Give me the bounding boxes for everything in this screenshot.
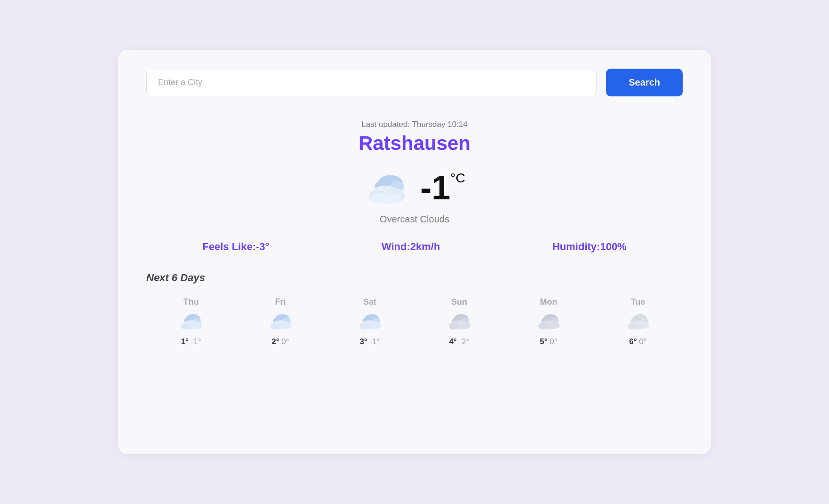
forecast-lo: -1° (370, 337, 380, 346)
forecast-temps: 6° 0° (629, 337, 646, 346)
svg-point-24 (369, 322, 381, 329)
forecast-day-label: Thu (183, 297, 199, 307)
svg-point-23 (359, 323, 370, 330)
forecast-day-label: Fri (275, 297, 286, 307)
forecast-temps: 3° -1° (360, 337, 380, 346)
svg-point-30 (459, 322, 470, 329)
forecast-day-label: Sat (363, 297, 376, 307)
search-button[interactable]: Search (606, 69, 683, 96)
forecast-day-label: Sun (451, 297, 467, 307)
forecast-lo: 0° (550, 337, 557, 346)
forecast-temps: 2° 0° (271, 337, 289, 346)
forecast-day-label: Mon (540, 297, 558, 307)
forecast-day: Thu 1° -1° (163, 297, 219, 346)
next-days-label: Next 6 Days (146, 272, 683, 284)
svg-point-18 (280, 322, 292, 329)
forecast-icon (446, 312, 472, 332)
forecast-day: Sat 3° -1° (342, 297, 398, 346)
weather-condition: Overcast Clouds (146, 214, 683, 225)
forecast-temps: 5° 0° (540, 337, 557, 346)
temp-unit: °C (450, 171, 465, 186)
last-updated: Last updated: Thursday 10:14 (146, 120, 683, 129)
svg-point-6 (370, 193, 401, 204)
forecast-lo: -2° (459, 337, 470, 346)
weather-icon-large (364, 169, 411, 206)
city-input[interactable] (146, 69, 597, 96)
forecast-row: Thu 1° -1° Fri (146, 297, 683, 346)
forecast-icon (535, 312, 562, 332)
svg-point-11 (181, 323, 191, 330)
temperature-value: -1 (420, 171, 450, 205)
forecast-day: Sun 4° -2° (431, 297, 487, 346)
svg-point-29 (449, 323, 459, 330)
forecast-icon (267, 312, 294, 332)
svg-point-12 (191, 322, 202, 329)
forecast-temps: 1° -1° (181, 337, 201, 346)
svg-point-41 (628, 323, 638, 330)
forecast-day-label: Tue (631, 297, 646, 307)
temperature-display: -1 °C (420, 171, 465, 205)
forecast-icon (357, 312, 383, 332)
forecast-lo: -1° (191, 337, 201, 346)
search-row: Search (146, 69, 683, 96)
forecast-icon (625, 312, 651, 332)
feels-like: Feels Like:-3° (202, 241, 269, 253)
humidity: Humidity:100% (552, 241, 627, 253)
forecast-hi: 6° (629, 337, 637, 346)
forecast-hi: 1° (181, 337, 189, 346)
forecast-lo: 0° (281, 337, 289, 346)
forecast-lo: 0° (639, 337, 646, 346)
forecast-hi: 2° (271, 337, 279, 346)
wind: Wind:2km/h (382, 241, 440, 253)
forecast-day: Tue 6° 0° (610, 297, 666, 346)
svg-point-42 (638, 322, 649, 329)
forecast-day: Mon 5° 0° (520, 297, 577, 346)
forecast-icon (178, 312, 204, 332)
svg-point-36 (548, 322, 560, 329)
svg-point-35 (538, 323, 549, 330)
forecast-hi: 4° (449, 337, 457, 346)
svg-point-17 (270, 323, 280, 330)
current-weather: -1 °C (146, 169, 683, 206)
forecast-hi: 5° (540, 337, 547, 346)
city-name: Ratshausen (146, 132, 683, 155)
forecast-temps: 4° -2° (449, 337, 470, 346)
forecast-day: Fri 2° 0° (252, 297, 309, 346)
stats-row: Feels Like:-3° Wind:2km/h Humidity:100% (146, 241, 683, 253)
forecast-hi: 3° (360, 337, 367, 346)
weather-card: Search Last updated: Thursday 10:14 Rats… (118, 50, 711, 454)
